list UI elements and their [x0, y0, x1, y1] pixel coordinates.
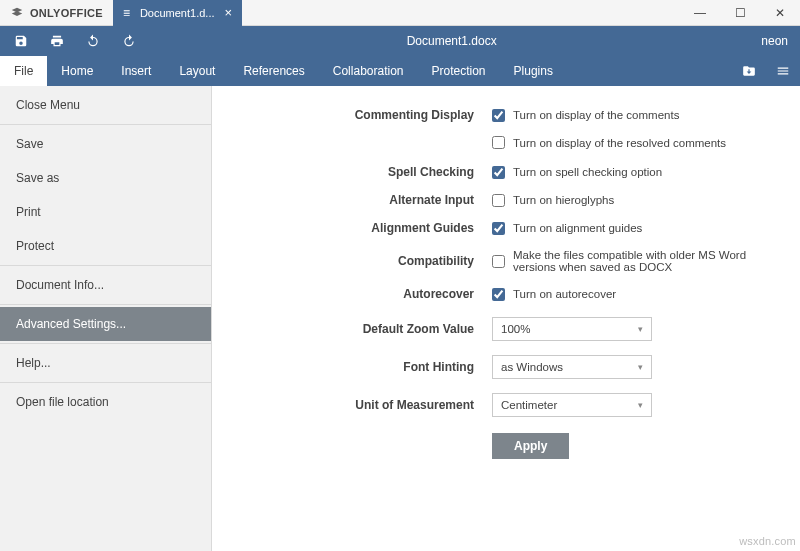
chevron-down-icon: ▾ — [638, 324, 643, 334]
commenting-display-checkbox[interactable] — [492, 109, 505, 122]
file-sidebar: Close Menu Save Save as Print Protect Do… — [0, 86, 212, 551]
minimize-button[interactable]: — — [680, 0, 720, 26]
compatibility-text: Make the files compatible with older MS … — [513, 249, 780, 273]
document-title: Document1.docx — [152, 34, 751, 48]
menu-references[interactable]: References — [229, 56, 318, 86]
resolved-comments-checkbox[interactable] — [492, 136, 505, 149]
font-hinting-label: Font Hinting — [212, 360, 492, 374]
document-tab[interactable]: ≡ Document1.d... × — [113, 0, 242, 26]
brand: ONLYOFFICE — [0, 6, 113, 20]
tab-close-icon[interactable]: × — [225, 5, 233, 20]
chevron-down-icon: ▾ — [638, 400, 643, 410]
sidebar-separator — [0, 304, 211, 305]
sidebar-help[interactable]: Help... — [0, 346, 211, 380]
unit-of-measurement-select[interactable]: Centimeter ▾ — [492, 393, 652, 417]
sidebar-save[interactable]: Save — [0, 127, 211, 161]
body: Close Menu Save Save as Print Protect Do… — [0, 86, 800, 551]
autorecover-checkbox[interactable] — [492, 288, 505, 301]
brand-label: ONLYOFFICE — [30, 7, 103, 19]
alternate-input-text: Turn on hieroglyphs — [513, 194, 614, 206]
menu-file[interactable]: File — [0, 56, 47, 86]
sidebar-protect[interactable]: Protect — [0, 229, 211, 263]
titlebar: ONLYOFFICE ≡ Document1.d... × — ☐ ✕ — [0, 0, 800, 26]
menu-home[interactable]: Home — [47, 56, 107, 86]
advanced-settings-panel: Commenting Display Turn on display of th… — [212, 86, 800, 551]
autorecover-text: Turn on autorecover — [513, 288, 616, 300]
unit-of-measurement-label: Unit of Measurement — [212, 398, 492, 412]
hamburger-icon: ≡ — [123, 6, 130, 20]
sidebar-close-menu[interactable]: Close Menu — [0, 88, 211, 122]
menu-bar: File Home Insert Layout References Colla… — [0, 56, 800, 86]
compatibility-checkbox[interactable] — [492, 255, 505, 268]
default-zoom-label: Default Zoom Value — [212, 322, 492, 336]
print-icon[interactable] — [44, 28, 70, 54]
menu-collaboration[interactable]: Collaboration — [319, 56, 418, 86]
default-zoom-value: 100% — [501, 323, 530, 335]
empty-label — [212, 433, 492, 459]
commenting-display-label: Commenting Display — [212, 108, 492, 122]
save-icon[interactable] — [8, 28, 34, 54]
commenting-display-text: Turn on display of the comments — [513, 109, 679, 121]
sidebar-save-as[interactable]: Save as — [0, 161, 211, 195]
redo-icon[interactable] — [116, 28, 142, 54]
autorecover-label: Autorecover — [212, 287, 492, 301]
menu-plugins[interactable]: Plugins — [500, 56, 567, 86]
sidebar-advanced-settings[interactable]: Advanced Settings... — [0, 307, 211, 341]
open-location-icon[interactable] — [732, 56, 766, 86]
apply-button[interactable]: Apply — [492, 433, 569, 459]
alternate-input-checkbox[interactable] — [492, 194, 505, 207]
sidebar-separator — [0, 382, 211, 383]
spell-checking-label: Spell Checking — [212, 165, 492, 179]
sidebar-open-file-location[interactable]: Open file location — [0, 385, 211, 419]
compatibility-label: Compatibility — [212, 254, 492, 268]
alternate-input-label: Alternate Input — [212, 193, 492, 207]
alignment-guides-checkbox[interactable] — [492, 222, 505, 235]
window-controls: — ☐ ✕ — [680, 0, 800, 26]
font-hinting-select[interactable]: as Windows ▾ — [492, 355, 652, 379]
spell-checking-checkbox[interactable] — [492, 166, 505, 179]
sidebar-print[interactable]: Print — [0, 195, 211, 229]
undo-icon[interactable] — [80, 28, 106, 54]
document-tab-label: Document1.d... — [140, 7, 215, 19]
menu-layout[interactable]: Layout — [165, 56, 229, 86]
menu-protection[interactable]: Protection — [418, 56, 500, 86]
default-zoom-select[interactable]: 100% ▾ — [492, 317, 652, 341]
quick-access-bar: Document1.docx neon — [0, 26, 800, 56]
resolved-comments-text: Turn on display of the resolved comments — [513, 137, 726, 149]
font-hinting-value: as Windows — [501, 361, 563, 373]
brand-icon — [10, 6, 24, 20]
alignment-guides-label: Alignment Guides — [212, 221, 492, 235]
alignment-guides-text: Turn on alignment guides — [513, 222, 642, 234]
view-options-icon[interactable] — [766, 56, 800, 86]
sidebar-separator — [0, 124, 211, 125]
sidebar-document-info[interactable]: Document Info... — [0, 268, 211, 302]
unit-of-measurement-value: Centimeter — [501, 399, 557, 411]
chevron-down-icon: ▾ — [638, 362, 643, 372]
menu-insert[interactable]: Insert — [107, 56, 165, 86]
user-label: neon — [761, 34, 792, 48]
maximize-button[interactable]: ☐ — [720, 0, 760, 26]
close-button[interactable]: ✕ — [760, 0, 800, 26]
spell-checking-text: Turn on spell checking option — [513, 166, 662, 178]
sidebar-separator — [0, 265, 211, 266]
sidebar-separator — [0, 343, 211, 344]
